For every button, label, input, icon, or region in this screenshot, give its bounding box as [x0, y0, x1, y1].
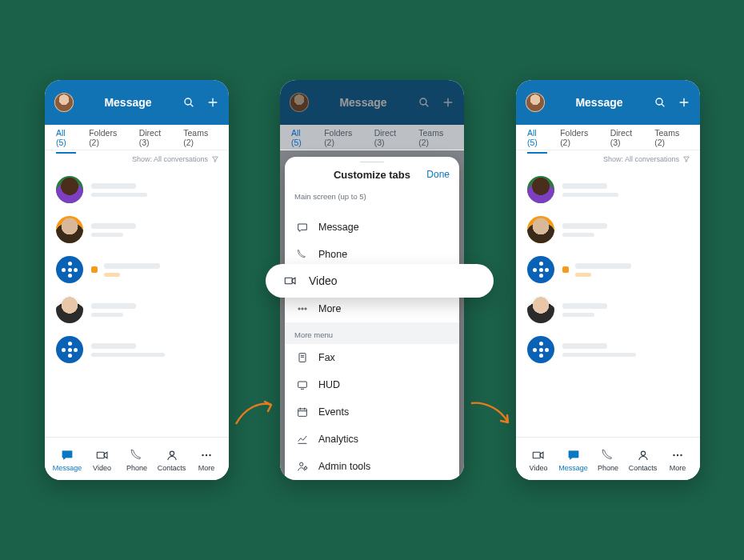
tab-label: Contacts	[158, 464, 186, 472]
tab-message[interactable]: Message	[51, 448, 83, 472]
svg-line-10	[426, 104, 428, 106]
profile-avatar[interactable]	[54, 93, 74, 112]
tab-folders[interactable]: Folders (2)	[82, 128, 133, 147]
list-item[interactable]	[45, 170, 229, 210]
list-item[interactable]	[516, 290, 700, 330]
tab-folders[interactable]: Folders (2)	[554, 128, 604, 147]
svg-point-29	[656, 98, 662, 105]
dragging-row-label: Video	[309, 274, 338, 287]
reorder-row-events[interactable]: Events	[285, 398, 459, 426]
admin-icon	[296, 460, 309, 473]
list-item[interactable]	[516, 210, 700, 250]
filter-tabs: All (5) Folders (2) Direct (3) Teams (2)	[516, 125, 700, 150]
analytics-icon	[296, 433, 309, 446]
search-icon	[418, 96, 430, 109]
search-icon[interactable]	[654, 96, 666, 109]
list-item[interactable]	[45, 330, 229, 370]
bottom-tab-bar: Message Video Phone Contacts More	[45, 437, 229, 480]
list-item[interactable]	[516, 250, 700, 290]
profile-avatar[interactable]	[526, 93, 545, 112]
status-indicator	[91, 266, 98, 273]
team-avatar	[527, 256, 554, 283]
row-label: Phone	[318, 249, 347, 260]
row-label: HUD	[318, 379, 340, 390]
row-label: Fax	[318, 352, 335, 363]
avatar	[56, 216, 83, 243]
more-icon	[670, 448, 685, 462]
list-item[interactable]	[45, 250, 229, 290]
tab-all[interactable]: All (5)	[521, 128, 554, 147]
app-header: Message	[280, 80, 464, 125]
sheet-header: Customize tabs Done	[285, 162, 459, 189]
message-icon	[296, 221, 309, 234]
tab-contacts[interactable]: Contacts	[627, 448, 659, 472]
tab-direct: Direct (3)	[368, 128, 413, 147]
flow-arrow-icon	[466, 384, 514, 432]
fax-icon	[296, 351, 309, 364]
conversation-list	[45, 166, 229, 370]
list-item[interactable]	[45, 210, 229, 250]
search-icon[interactable]	[182, 96, 195, 109]
tab-video[interactable]: Video	[86, 448, 118, 472]
tab-direct[interactable]: Direct (3)	[133, 128, 178, 147]
team-avatar	[56, 256, 83, 283]
tab-message[interactable]: Message	[558, 448, 590, 472]
avatar	[56, 176, 83, 203]
tab-more[interactable]: More	[190, 448, 222, 472]
dragging-row-video[interactable]: Video	[266, 264, 494, 298]
row-label: Analytics	[318, 434, 358, 445]
reorder-row-message[interactable]: Message	[285, 214, 459, 241]
svg-point-5	[170, 451, 174, 455]
tab-phone[interactable]: Phone	[121, 448, 153, 472]
video-icon	[95, 448, 110, 462]
tab-more[interactable]: More	[662, 448, 694, 472]
list-item[interactable]	[45, 290, 229, 330]
filter-icon	[682, 155, 690, 163]
status-indicator	[562, 266, 569, 273]
contacts-icon	[636, 448, 650, 462]
tab-teams[interactable]: Teams (2)	[648, 128, 695, 147]
svg-point-16	[305, 308, 306, 310]
team-avatar	[56, 336, 83, 363]
profile-avatar	[290, 93, 309, 112]
header-title: Message	[545, 96, 654, 109]
tab-all[interactable]: All (5)	[50, 128, 82, 147]
phone-before: Message All (5) Folders (2) Direct (3) T…	[45, 80, 229, 480]
video-icon	[283, 274, 298, 288]
events-icon	[296, 406, 309, 418]
filter-tabs: All (5) Folders (2) Direct (3) Teams (2)	[280, 125, 464, 150]
tab-label: Contacts	[629, 464, 658, 472]
reorder-row-admin[interactable]: Admin tools	[285, 453, 459, 480]
plus-icon[interactable]	[206, 96, 219, 109]
app-header: Message	[516, 80, 700, 125]
filter-tabs: All (5) Folders (2) Direct (3) Teams (2)	[45, 125, 229, 150]
tab-contacts[interactable]: Contacts	[156, 448, 188, 472]
plus-icon[interactable]	[678, 96, 690, 109]
reorder-row-more[interactable]: More	[285, 295, 459, 322]
tab-video[interactable]: Video	[522, 448, 554, 472]
tab-teams[interactable]: Teams (2)	[177, 128, 224, 147]
row-label: Admin tools	[318, 461, 370, 472]
svg-rect-4	[97, 452, 104, 458]
svg-point-34	[641, 451, 645, 455]
overlay-scrim[interactable]: Customize tabs Done Main screen (up to 5…	[280, 150, 464, 480]
reorder-row-analytics[interactable]: Analytics	[285, 426, 459, 453]
section-main-label: Main screen (up to 5)	[285, 189, 459, 206]
done-button[interactable]: Done	[426, 169, 450, 180]
svg-line-30	[662, 104, 664, 106]
tab-direct[interactable]: Direct (3)	[604, 128, 649, 147]
list-item[interactable]	[516, 170, 700, 210]
team-avatar	[527, 336, 554, 363]
header-actions	[654, 96, 690, 109]
tab-phone[interactable]: Phone	[592, 448, 624, 472]
reorder-row-hud[interactable]: HUD	[285, 371, 459, 398]
video-icon	[531, 448, 546, 462]
tab-label: Message	[558, 464, 588, 472]
customize-tabs-sheet: Customize tabs Done Main screen (up to 5…	[285, 157, 459, 480]
header-title: Message	[74, 96, 182, 109]
svg-point-28	[304, 466, 306, 469]
list-item[interactable]	[516, 330, 700, 370]
tab-all: All (5)	[285, 128, 318, 147]
contacts-icon	[165, 448, 179, 462]
reorder-row-fax[interactable]: Fax	[285, 344, 459, 371]
